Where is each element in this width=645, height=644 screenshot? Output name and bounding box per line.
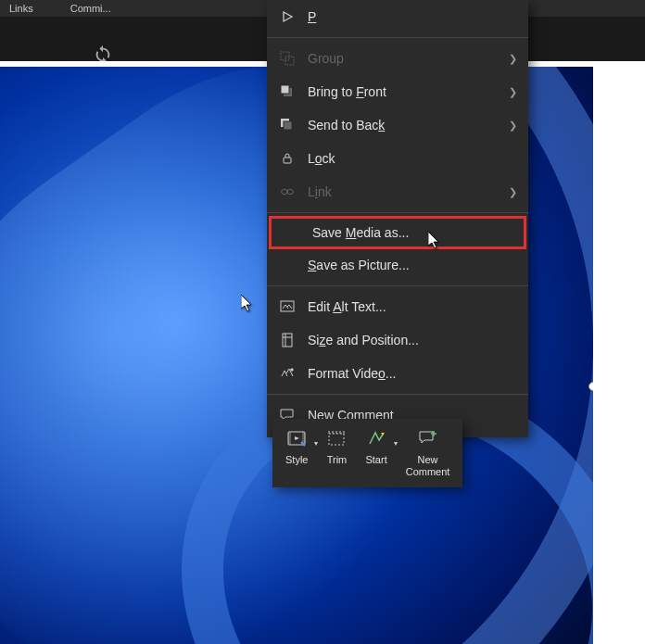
dropdown-caret-icon: ▾	[314, 439, 318, 448]
menu-separator	[267, 37, 528, 38]
alt-text-icon	[278, 297, 297, 316]
toolbar-trim[interactable]: Trim	[319, 426, 354, 480]
new-comment-icon	[418, 428, 438, 448]
svg-rect-10	[283, 334, 292, 347]
start-icon	[366, 428, 386, 448]
blank-icon	[278, 256, 297, 274]
mini-toolbar: ▾ Style Trim ▾ Start New Comment	[272, 419, 462, 487]
menu-separator	[267, 285, 528, 286]
toolbar-style[interactable]: ▾ Style	[278, 426, 315, 480]
ribbon-links[interactable]: Links	[9, 3, 33, 14]
style-icon	[286, 428, 307, 448]
menu-edit-alt-text[interactable]: Edit Alt Text...	[267, 290, 528, 323]
toolbar-label: Style	[285, 454, 308, 465]
play-icon	[278, 7, 297, 26]
chevron-right-icon: ❯	[509, 120, 517, 132]
toolbar-start[interactable]: ▾ Start	[358, 426, 394, 480]
format-video-icon	[278, 364, 297, 383]
toolbar-new-comment[interactable]: New Comment	[398, 426, 458, 480]
menu-size-position[interactable]: Size and Position...	[267, 323, 528, 357]
menu-link: Link ❯	[267, 175, 528, 208]
menu-format-video[interactable]: Format Video...	[267, 357, 528, 390]
chevron-right-icon: ❯	[509, 186, 517, 198]
svg-rect-5	[284, 121, 292, 130]
svg-rect-16	[329, 434, 344, 445]
menu-preview[interactable]: P	[267, 0, 528, 33]
svg-rect-3	[281, 85, 289, 94]
link-icon	[278, 183, 297, 201]
menu-save-media-as[interactable]: Save Media as...	[269, 216, 526, 249]
chevron-right-icon: ❯	[509, 53, 517, 65]
bring-front-icon	[278, 82, 297, 101]
menu-separator	[267, 212, 528, 213]
menu-separator	[267, 394, 528, 395]
toolbar-label: New Comment	[406, 454, 450, 478]
toolbar-label: Trim	[327, 454, 348, 465]
svg-rect-14	[288, 432, 291, 445]
size-position-icon	[278, 331, 297, 349]
menu-bring-to-front[interactable]: Bring to Front ❯	[267, 75, 528, 108]
menu-lock[interactable]: Lock	[267, 142, 528, 175]
dropdown-caret-icon: ▾	[394, 439, 398, 448]
chevron-right-icon: ❯	[509, 86, 517, 98]
send-back-icon	[278, 116, 297, 134]
menu-group: Group ❯	[267, 42, 528, 75]
ribbon-comment[interactable]: Commi...	[70, 3, 111, 14]
group-icon	[278, 49, 297, 68]
slide-margin	[593, 67, 645, 644]
blank-icon	[283, 223, 301, 242]
menu-save-as-picture[interactable]: Save as Picture...	[267, 248, 528, 282]
menu-send-to-back[interactable]: Send to Back ❯	[267, 108, 528, 142]
context-menu: P Group ❯ Bring to Front ❯ Send to Back …	[267, 0, 528, 437]
toolbar-label: Start	[365, 454, 386, 465]
trim-icon	[326, 428, 347, 448]
lock-icon	[278, 149, 297, 168]
svg-rect-6	[284, 158, 291, 163]
